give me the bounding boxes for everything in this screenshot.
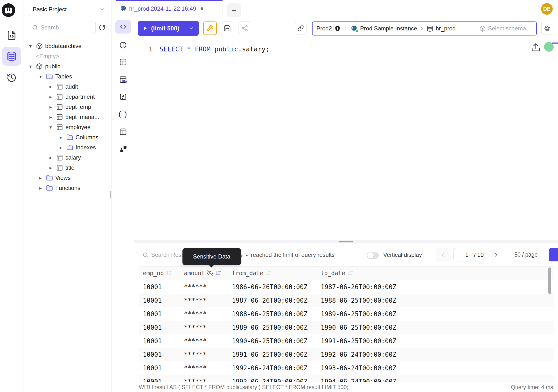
cell-to-date: 1988-06-25T00:00:00Z	[317, 294, 407, 307]
tree-item-functions[interactable]: ▸Functions	[23, 183, 112, 193]
table-row[interactable]: 10001******1986-06-26T00:00:00Z1987-06-2…	[139, 280, 554, 294]
table-row[interactable]: 10001******1989-06-25T00:00:00Z1990-06-2…	[139, 321, 554, 334]
folder-icon	[46, 185, 53, 192]
cell-amount: ******	[180, 348, 228, 361]
postgresql-icon	[120, 5, 127, 12]
caret-down-icon[interactable]: ▾	[39, 74, 46, 79]
caret-down-icon[interactable]: ▾	[29, 63, 36, 69]
project-select-value: Basic Project	[33, 6, 67, 13]
schema-diagram-icon[interactable]	[115, 142, 131, 156]
refresh-button[interactable]	[95, 21, 109, 34]
page-number-field[interactable]	[454, 248, 472, 261]
sidebar-search[interactable]	[29, 21, 93, 34]
ai-assistant-button[interactable]	[541, 22, 553, 35]
sidebar-search-input[interactable]	[41, 24, 90, 31]
sort-icon[interactable]	[166, 270, 172, 276]
table-row[interactable]: 10001******1987-06-26T00:00:00Z1988-06-2…	[139, 294, 554, 307]
databases-icon[interactable]	[2, 47, 21, 66]
tree-item-bbdataarchive[interactable]: ▾bbdataarchive	[23, 41, 112, 51]
page-number-input[interactable]	[453, 248, 472, 261]
functions-panel-icon[interactable]	[115, 90, 131, 104]
masked-data-icon[interactable]	[115, 73, 131, 87]
connection-breadcrumb[interactable]: Prod2 Prod Sample Instance hr_prod	[312, 21, 537, 35]
table-row[interactable]: 10001******1992-06-24T00:00:00Z1993-06-2…	[139, 361, 554, 375]
table-row[interactable]: 10001******1991-06-25T00:00:00Z1992-06-2…	[139, 348, 554, 361]
results-scrollbar-thumb[interactable]	[548, 267, 551, 294]
project-select[interactable]: Basic Project	[29, 3, 109, 16]
column-header-from-date[interactable]: from_date	[228, 267, 317, 280]
tables-panel-icon[interactable]	[115, 55, 131, 69]
caret-right-icon[interactable]: ▸	[49, 84, 56, 89]
next-page-button[interactable]	[490, 248, 502, 261]
caret-down-icon[interactable]: ▾	[29, 43, 36, 49]
search-icon	[32, 24, 38, 31]
status-bar: WITH result AS ( SELECT * FROM public.sa…	[134, 382, 558, 392]
caret-right-icon[interactable]: ▸	[39, 175, 46, 181]
share-button[interactable]	[238, 21, 251, 35]
tree-item-dept-emp[interactable]: ▸dept_emp	[23, 102, 112, 112]
upload-icon[interactable]	[531, 43, 541, 52]
cell-to-date: 1994-06-24T00:00:00Z	[317, 375, 407, 382]
tree-item-title[interactable]: ▸title	[23, 163, 112, 173]
column-header-emp-no[interactable]: emp_no	[139, 267, 180, 280]
sql-editor-icon[interactable]	[115, 20, 131, 34]
sort-icon[interactable]	[215, 270, 221, 276]
table-row[interactable]: 10001******1988-06-25T00:00:00Z1989-06-2…	[139, 307, 554, 321]
connection-button[interactable]	[295, 22, 306, 35]
tree-item-label: employee	[65, 124, 90, 131]
tree-item-views[interactable]: ▸Views	[23, 173, 112, 183]
chevron-right-icon	[343, 26, 348, 31]
tree-item-public[interactable]: ▾public	[23, 61, 112, 71]
caret-right-icon[interactable]: ▸	[49, 94, 56, 100]
tree-item-indexes[interactable]: ▸Indexes	[23, 142, 112, 153]
sql-editor[interactable]: 1 SELECT * FROM public.salary;	[134, 39, 558, 240]
prev-page-button[interactable]	[436, 248, 449, 261]
tree-item-label: bbdataarchive	[45, 43, 82, 50]
info-icon[interactable]	[115, 38, 131, 52]
cell-from-date: 1988-06-25T00:00:00Z	[228, 307, 317, 321]
save-button[interactable]	[221, 21, 234, 35]
tree-item-department[interactable]: ▸department	[23, 92, 112, 102]
tree-item-salary[interactable]: ▸salary	[23, 153, 112, 163]
page-size-select[interactable]: 50 / page	[513, 248, 540, 261]
search-icon	[142, 252, 149, 258]
tree-item-tables[interactable]: ▾Tables	[23, 71, 112, 82]
cell-to-date: 1993-06-24T00:00:00Z	[317, 361, 407, 375]
tree-item-dept-mana[interactable]: ▸dept_mana...	[23, 112, 112, 122]
external-tables-panel-icon[interactable]	[115, 125, 131, 139]
schema-icon	[36, 43, 43, 50]
caret-right-icon[interactable]: ▸	[49, 104, 56, 110]
schema-cube-icon	[479, 25, 486, 32]
caret-right-icon[interactable]: ▸	[49, 165, 56, 171]
admin-wrench-button[interactable]	[203, 21, 217, 35]
new-tab-button[interactable]: +	[227, 3, 241, 17]
caret-right-icon[interactable]: ▸	[49, 155, 56, 160]
tab-hr-prod[interactable]: hr_prod 2024-11-22 16:49	[116, 0, 223, 17]
tree-item-employee[interactable]: ▾employee	[23, 122, 112, 132]
export-button[interactable]	[549, 248, 558, 261]
panel-splitter[interactable]	[134, 240, 558, 243]
history-icon[interactable]	[2, 69, 21, 87]
column-header-to-date[interactable]: to_date	[317, 267, 407, 280]
caret-right-icon[interactable]: ▸	[49, 114, 56, 120]
sort-icon[interactable]	[265, 270, 271, 276]
table-row[interactable]: 10001******1990-06-25T00:00:00Z1991-06-2…	[139, 334, 554, 348]
caret-right-icon[interactable]: ▸	[39, 185, 46, 191]
caret-right-icon[interactable]: ▸	[59, 134, 66, 140]
procedures-panel-icon[interactable]: ( )	[115, 107, 131, 121]
tree-item-audit[interactable]: ▸audit	[23, 82, 112, 92]
caret-down-icon[interactable]: ▾	[49, 124, 56, 130]
sort-icon[interactable]	[347, 270, 353, 276]
tree-item-label: public	[45, 63, 60, 70]
worksheets-icon[interactable]	[2, 26, 21, 44]
table-row[interactable]: 10001******1993-06-24T00:00:00Z1994-06-2…	[139, 375, 554, 382]
column-header-amount[interactable]: amount	[180, 267, 228, 280]
tree-item-label: title	[65, 164, 74, 171]
eye-off-icon[interactable]	[207, 270, 213, 276]
schema-select[interactable]: Select schema	[476, 22, 529, 35]
tree-item-columns[interactable]: ▸Columns	[23, 132, 112, 142]
run-query-button[interactable]: (limit 500)	[138, 21, 199, 36]
caret-right-icon[interactable]: ▸	[59, 145, 66, 150]
vertical-display-toggle[interactable]	[367, 252, 379, 259]
avatar[interactable]: DE	[541, 3, 553, 15]
